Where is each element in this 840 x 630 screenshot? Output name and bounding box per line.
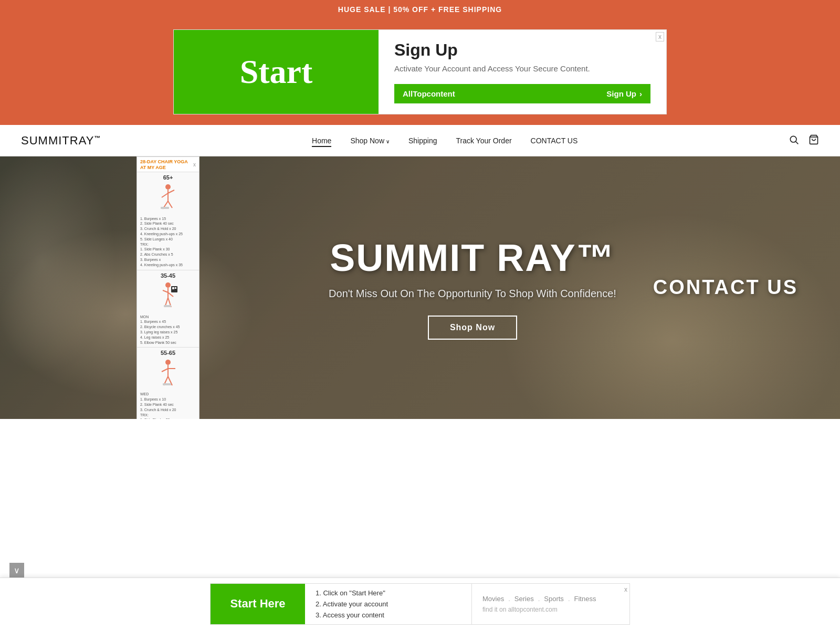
svg-line-6 bbox=[168, 190, 174, 193]
top-banner-text: HUGE SALE | 50% OFF + FREE SHIPPING bbox=[338, 5, 502, 14]
nav-link-shop[interactable]: Shop Now bbox=[350, 136, 384, 145]
ad-top-close-button[interactable]: x bbox=[656, 32, 664, 41]
ad-left-green[interactable]: Start bbox=[174, 30, 379, 114]
svg-line-5 bbox=[162, 193, 168, 197]
ad-age-35: 35-45 bbox=[140, 272, 196, 279]
nav-item-shipping[interactable]: Shipping bbox=[408, 136, 437, 145]
yoga-figure-35 bbox=[140, 279, 196, 314]
svg-line-12 bbox=[163, 290, 168, 292]
ad-bottom-step-3: 3. Access your content bbox=[316, 611, 461, 619]
shop-dropdown-arrow: ∨ bbox=[386, 139, 390, 144]
yoga-figure-65 bbox=[140, 181, 196, 216]
svg-rect-18 bbox=[172, 287, 174, 289]
svg-rect-9 bbox=[161, 207, 169, 209]
cart-icon[interactable] bbox=[808, 134, 819, 147]
scroll-down-symbol: ∨ bbox=[14, 565, 20, 575]
ad-sports: Sports bbox=[544, 595, 564, 603]
nav-item-shop[interactable]: Shop Now∨ bbox=[350, 136, 390, 145]
ad-bottom-cta-text: Start Here bbox=[230, 597, 285, 611]
ad-banner-inner: Start Sign Up Activate Your Account and … bbox=[173, 29, 667, 114]
logo-trademark: ™ bbox=[94, 134, 101, 141]
svg-line-13 bbox=[168, 292, 173, 297]
ad-bottom-find: find it on alltopcontent.com bbox=[482, 606, 619, 613]
ad-bottom-steps: 1. Click on "Start Here" 2. Activate you… bbox=[305, 584, 472, 624]
ad-left-text: Start bbox=[240, 52, 313, 91]
nav-item-home[interactable]: Home bbox=[312, 136, 331, 145]
ad-bottom-banner: Start Here 1. Click on "Start Here" 2. A… bbox=[0, 578, 840, 630]
ad-right-content: Sign Up Activate Your Account and Access… bbox=[379, 30, 666, 114]
ad-footer-arrow: › bbox=[639, 89, 642, 98]
ad-footer-cta: Sign Up bbox=[606, 89, 636, 98]
hero-shop-button[interactable]: Shop Now bbox=[428, 316, 517, 340]
ad-side-section-65: 65+ 1. Burpees x 152. Side Plank 40 sec3… bbox=[137, 172, 199, 270]
logo-first: SUMMIT bbox=[21, 134, 70, 147]
navbar: SUMMITRAY™ Home Shop Now∨ Shipping Track… bbox=[0, 125, 840, 156]
ad-side-title: 28-DAY CHAIR YOGA AT MY AGE bbox=[140, 159, 188, 171]
svg-rect-16 bbox=[164, 305, 171, 307]
nav-link-contact[interactable]: CONTACT US bbox=[531, 136, 578, 145]
ad-side-section-55: 55-65 WED1. Burpees x 102. Side Plank 40… bbox=[137, 348, 199, 419]
hero-contact-area[interactable]: CONTACT US bbox=[653, 277, 798, 299]
svg-rect-26 bbox=[163, 383, 171, 385]
ad-bottom-right-items: Movies . Series . Sports . Fitness bbox=[482, 595, 619, 603]
ad-series: Series bbox=[514, 595, 534, 603]
ad-bottom-step-2: 2. Activate your account bbox=[316, 600, 461, 608]
hero-section: 28-DAY CHAIR YOGA AT MY AGE x 65+ 1. Bur… bbox=[0, 156, 840, 419]
ad-side-section-35: 35-45 MON1. Burpees x 452. Bicycle crunc… bbox=[137, 270, 199, 348]
svg-point-0 bbox=[790, 136, 796, 142]
nav-link-track[interactable]: Track Your Order bbox=[456, 136, 512, 145]
yoga-figure-55 bbox=[140, 356, 196, 392]
ad-footer-signup[interactable]: Sign Up › bbox=[606, 89, 642, 98]
top-banner: HUGE SALE | 50% OFF + FREE SHIPPING bbox=[0, 0, 840, 19]
hero-contact-label[interactable]: CONTACT US bbox=[653, 277, 798, 299]
svg-point-3 bbox=[165, 184, 171, 190]
navbar-icons bbox=[789, 134, 819, 147]
ad-bottom-step-1: 1. Click on "Start Here" bbox=[316, 589, 461, 597]
hero-title: SUMMIT RAY™ bbox=[210, 236, 735, 279]
ad-list-65: 1. Burpees x 152. Side Plank 40 sec3. Cr… bbox=[140, 216, 196, 268]
svg-rect-17 bbox=[171, 286, 177, 292]
ad-banner-top: Start Sign Up Activate Your Account and … bbox=[0, 19, 840, 125]
ad-list-35: MON1. Burpees x 452. Bicycle crunches x … bbox=[140, 314, 196, 345]
svg-rect-19 bbox=[175, 287, 176, 289]
ad-right-title: Sign Up bbox=[394, 40, 650, 60]
svg-line-22 bbox=[162, 369, 168, 372]
ad-bottom-inner: Start Here 1. Click on "Start Here" 2. A… bbox=[210, 583, 630, 625]
ad-side-header: 28-DAY CHAIR YOGA AT MY AGE x bbox=[137, 157, 199, 172]
ad-fitness: Fitness bbox=[574, 595, 596, 603]
ad-side-title-accent: AT MY AGE bbox=[140, 165, 188, 171]
navbar-logo: SUMMITRAY™ bbox=[21, 134, 101, 148]
ad-right-subtitle: Activate Your Account and Access Your Se… bbox=[394, 64, 650, 73]
ad-bottom-right: Movies . Series . Sports . Fitness find … bbox=[472, 584, 629, 624]
scroll-down-indicator[interactable]: ∨ bbox=[9, 563, 24, 578]
ad-side-close-button[interactable]: x bbox=[193, 162, 196, 167]
ad-right-footer[interactable]: AllTopcontent Sign Up › bbox=[394, 84, 650, 103]
nav-item-track[interactable]: Track Your Order bbox=[456, 136, 512, 145]
ad-side-title-main: 28-DAY CHAIR YOGA bbox=[140, 159, 188, 165]
nav-link-home[interactable]: Home bbox=[312, 136, 331, 147]
nav-item-contact[interactable]: CONTACT US bbox=[531, 136, 578, 145]
ad-bottom-close-button[interactable]: x bbox=[624, 586, 627, 593]
search-icon[interactable] bbox=[789, 134, 799, 147]
hero-subtitle-text: Don't Miss Out On The Opportunity To Sho… bbox=[329, 288, 616, 299]
navbar-nav: Home Shop Now∨ Shipping Track Your Order… bbox=[312, 136, 578, 145]
ad-movies: Movies bbox=[482, 595, 504, 603]
ad-bottom-left[interactable]: Start Here bbox=[211, 584, 305, 624]
ad-list-55: WED1. Burpees x 102. Side Plank 40 sec3.… bbox=[140, 392, 196, 419]
logo-second: RAY bbox=[70, 134, 94, 147]
nav-link-shipping[interactable]: Shipping bbox=[408, 136, 437, 145]
svg-point-20 bbox=[165, 360, 171, 365]
svg-line-1 bbox=[796, 141, 799, 144]
ad-age-65: 65+ bbox=[140, 174, 196, 181]
ad-side-banner: 28-DAY CHAIR YOGA AT MY AGE x 65+ 1. Bur… bbox=[136, 156, 200, 419]
ad-footer-brand: AllTopcontent bbox=[403, 89, 455, 98]
ad-age-55: 55-65 bbox=[140, 350, 196, 356]
svg-point-10 bbox=[165, 282, 171, 288]
